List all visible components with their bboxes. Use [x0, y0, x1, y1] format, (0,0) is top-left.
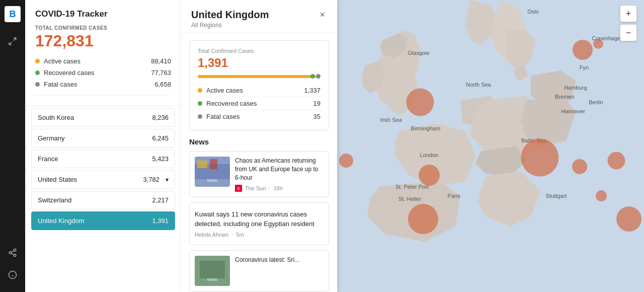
news-section: News NEWS Chaos as Americans returning f…	[181, 137, 337, 292]
popup-subtitle: All Regions	[191, 22, 269, 29]
map-bubble	[521, 139, 558, 177]
zoom-out-button[interactable]: −	[620, 24, 637, 41]
recovered-dot	[198, 101, 202, 106]
svg-line-6	[11, 251, 14, 252]
country-count: 2,217	[152, 196, 169, 204]
country-name: Switzerland	[38, 196, 71, 204]
news-meta-2: Hebdo Ahram · 5m	[195, 232, 324, 238]
svg-text:S: S	[237, 187, 240, 190]
map-bubble	[608, 152, 625, 170]
popup-fatal-row: Fatal cases 35	[198, 110, 320, 123]
country-item-south-korea[interactable]: South Korea 8,236	[31, 108, 175, 127]
fatal-dot	[35, 82, 40, 87]
country-item-united-kingdom[interactable]: United Kingdom 1,391	[31, 211, 175, 230]
news-headline-1: Chaos as Americans returning from UK and…	[235, 157, 324, 182]
country-name: United Kingdom	[38, 217, 85, 225]
bing-logo[interactable]: B	[5, 6, 21, 22]
news-source-1: The Sun	[245, 185, 266, 191]
country-count: 3,782	[143, 176, 159, 183]
info-icon[interactable]	[5, 267, 21, 283]
recovered-value: 77,763	[151, 69, 171, 77]
country-name: South Korea	[38, 114, 74, 121]
svg-point-4	[14, 254, 16, 257]
stats-box-number: 1,391	[198, 56, 320, 70]
active-dot	[198, 88, 202, 93]
news-card-3[interactable]: NEWS Coronavirus latest: Sri...	[189, 250, 329, 291]
country-item-france[interactable]: France 5,423	[31, 150, 175, 168]
country-count: 6,245	[152, 134, 169, 142]
news-source-2: Hebdo Ahram	[195, 232, 228, 238]
map-area: OsloCopenhagenFynHamburgBremenHannoverBe…	[337, 0, 644, 292]
app-title: COVID-19 Tracker	[35, 9, 171, 19]
country-item-germany[interactable]: Germany 6,245	[31, 129, 175, 148]
recovered-dot	[35, 70, 40, 75]
map-bubble	[339, 154, 353, 168]
news-meta-1: S The Sun · 18h	[235, 185, 324, 192]
popup-active-value: 1,337	[304, 87, 320, 94]
total-label: TOTAL CONFIRMED CASES	[35, 25, 171, 31]
progress-bar	[198, 75, 320, 78]
svg-line-5	[11, 253, 14, 255]
bing-sidebar: B	[0, 0, 25, 292]
popup-recovered-label: Recovered cases	[206, 100, 257, 107]
recovered-cases-row: Recovered cases 77,763	[35, 67, 171, 79]
news-time-1: 18h	[274, 185, 283, 191]
zoom-in-button[interactable]: +	[620, 5, 637, 22]
close-icon[interactable]: ×	[317, 9, 327, 20]
popup-active-row: Active cases 1,337	[198, 84, 320, 97]
country-detail-panel: United Kingdom All Regions × Total Confi…	[181, 0, 337, 292]
country-item-switzerland[interactable]: Switzerland 2,217	[31, 191, 175, 209]
popup-fatal-label: Fatal cases	[206, 113, 239, 120]
country-count: 8,236	[152, 114, 169, 121]
map-bubble	[408, 204, 438, 234]
country-name: Germany	[38, 134, 64, 142]
map-bubble	[616, 206, 641, 232]
news-card-1[interactable]: NEWS Chaos as Americans returning from U…	[189, 151, 329, 197]
progress-dots	[310, 74, 320, 79]
share-icon[interactable]	[5, 245, 21, 261]
left-panel: COVID-19 Tracker TOTAL CONFIRMED CASES 1…	[25, 0, 181, 292]
active-label: Active cases	[44, 57, 80, 65]
recovered-progress-dot	[310, 74, 315, 79]
active-value: 88,410	[151, 57, 171, 65]
map-bubble	[573, 40, 593, 60]
country-count: 1,391	[152, 217, 169, 225]
fatal-cases-row: Fatal cases 6,658	[35, 79, 171, 90]
popup-recovered-value: 19	[313, 100, 320, 107]
map-bubble	[572, 159, 587, 174]
svg-line-0	[14, 38, 16, 40]
news-section-title: News	[189, 137, 329, 146]
country-item-united-states[interactable]: United States 3,782 ▾	[31, 170, 175, 189]
svg-text:NEWS: NEWS	[207, 179, 218, 182]
map-controls: + −	[620, 5, 637, 41]
stats-box: Total Confirmed Cases 1,391 Active cases…	[189, 40, 329, 130]
map-bubble	[593, 39, 603, 49]
stats-box-label: Total Confirmed Cases	[198, 48, 320, 54]
news-time-2: 5m	[236, 232, 244, 238]
news-card-2[interactable]: Kuwait says 11 new coronavirus cases det…	[189, 202, 329, 245]
news-thumbnail-3: NEWS	[195, 256, 230, 286]
map-bubble	[419, 165, 440, 186]
svg-text:NEWS: NEWS	[207, 278, 218, 281]
svg-rect-13	[210, 159, 217, 169]
svg-point-2	[14, 249, 16, 252]
popup-active-label: Active cases	[206, 87, 243, 94]
news-separator-1: ·	[269, 185, 271, 191]
country-list: South Korea 8,236 Germany 6,245 France 5…	[25, 106, 181, 232]
fatal-progress-dot	[316, 74, 320, 79]
expand-icon[interactable]	[5, 33, 21, 49]
fatal-label: Fatal cases	[44, 81, 77, 88]
svg-line-1	[9, 42, 12, 45]
country-count: 5,423	[152, 155, 169, 163]
svg-rect-12	[197, 161, 207, 168]
fatal-dot	[198, 114, 202, 119]
map-bubble	[406, 89, 434, 116]
news-headline-2: Kuwait says 11 new coronavirus cases det…	[195, 210, 324, 228]
active-cases-row: Active cases 88,410	[35, 55, 171, 67]
map-bubble	[596, 190, 607, 201]
news-thumbnail-1: NEWS	[195, 157, 230, 187]
progress-active-bar	[198, 75, 315, 78]
news-separator-2: ·	[231, 232, 233, 238]
svg-point-3	[9, 252, 12, 254]
country-name: United States	[38, 176, 77, 183]
